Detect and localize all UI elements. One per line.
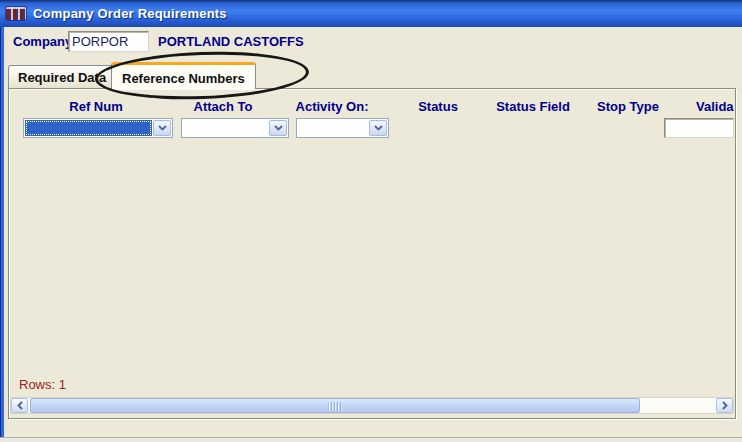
- validation-input[interactable]: [664, 118, 734, 138]
- application-window: Company Order Requirements Company: PORT…: [0, 0, 742, 442]
- column-header-activity-on: Activity On:: [296, 99, 369, 114]
- activity-on-combobox[interactable]: [296, 118, 389, 138]
- window-title: Company Order Requirements: [33, 6, 227, 21]
- column-header-ref-num: Ref Num: [69, 99, 122, 114]
- titlebar[interactable]: Company Order Requirements: [0, 0, 742, 27]
- company-name-text: PORTLAND CASTOFFS: [158, 34, 304, 49]
- attach-to-combobox-value: [183, 120, 268, 136]
- ref-num-combobox-value: [25, 120, 152, 136]
- horizontal-scrollbar[interactable]: [10, 397, 734, 414]
- column-header-attach-to: Attach To: [194, 99, 253, 114]
- scroll-thumb-grip: [329, 402, 342, 411]
- rows-count-label: Rows: 1: [19, 377, 66, 392]
- tab-required-data[interactable]: Required Data: [8, 65, 116, 89]
- scroll-track[interactable]: [28, 398, 716, 413]
- column-header-status: Status: [418, 99, 458, 114]
- window-bottom-border: [0, 437, 742, 442]
- attach-to-combobox-dropdown-button[interactable]: [269, 120, 287, 136]
- chevron-down-icon: [374, 125, 383, 131]
- company-code-input[interactable]: [68, 31, 149, 52]
- column-header-stop-type: Stop Type: [597, 99, 659, 114]
- chevron-down-icon: [158, 125, 167, 131]
- window-left-border: [0, 0, 4, 438]
- scroll-left-button[interactable]: [11, 398, 28, 413]
- chevron-right-icon: [722, 401, 728, 410]
- tab-reference-numbers-label: Reference Numbers: [122, 71, 245, 86]
- tab-reference-numbers[interactable]: Reference Numbers: [111, 62, 256, 89]
- activity-on-combobox-dropdown-button[interactable]: [369, 120, 387, 136]
- scroll-right-button[interactable]: [716, 398, 733, 413]
- ref-num-combobox[interactable]: [23, 118, 173, 138]
- scroll-thumb[interactable]: [30, 398, 640, 413]
- attach-to-combobox[interactable]: [181, 118, 289, 138]
- chevron-down-icon: [274, 125, 283, 131]
- reference-numbers-panel: Ref Num Attach To Activity On: Status St…: [8, 88, 736, 419]
- chevron-left-icon: [17, 401, 23, 410]
- column-header-status-field: Status Field: [496, 99, 570, 114]
- column-header-validation: Valida: [696, 99, 734, 114]
- app-icon: [6, 7, 26, 20]
- tab-required-data-label: Required Data: [18, 70, 106, 85]
- activity-on-combobox-value: [298, 120, 368, 136]
- ref-num-combobox-dropdown-button[interactable]: [153, 120, 171, 136]
